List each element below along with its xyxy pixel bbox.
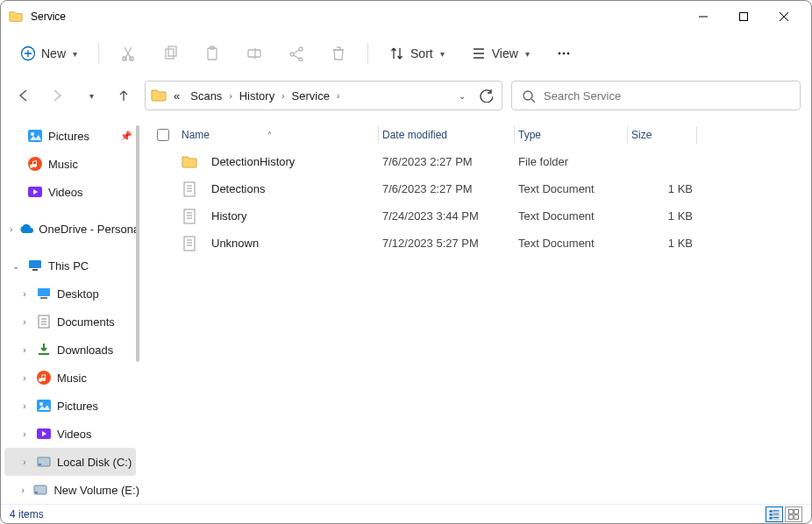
- titlebar: Service: [1, 1, 811, 32]
- file-row[interactable]: History 7/24/2023 3:44 PM Text Document …: [148, 202, 802, 230]
- chevron-right-icon[interactable]: ›: [229, 91, 231, 101]
- sidebar-item-documents[interactable]: › Documents: [1, 308, 139, 336]
- folder-icon: [151, 88, 167, 103]
- chevron-right-icon[interactable]: ›: [10, 224, 12, 234]
- file-date: 7/24/2023 3:44 PM: [382, 209, 510, 223]
- dots-icon: [556, 46, 572, 61]
- copy-button[interactable]: [153, 40, 187, 67]
- address-dropdown[interactable]: ⌄: [451, 91, 472, 101]
- details-view-button[interactable]: [766, 506, 783, 522]
- view-toggle: [766, 506, 802, 522]
- column-separator[interactable]: [627, 126, 628, 144]
- sidebar-item-local-disk-c-[interactable]: › Local Disk (C:): [4, 448, 136, 476]
- folder-icon: [8, 10, 24, 24]
- sidebar-item-this-pc[interactable]: ⌄ This PC: [1, 251, 139, 280]
- forward-icon: [49, 88, 65, 103]
- back-icon: [16, 88, 32, 103]
- sidebar-item-pictures[interactable]: Pictures 📌: [1, 122, 139, 150]
- column-separator[interactable]: [514, 126, 515, 144]
- file-type: Text Document: [518, 237, 623, 250]
- recent-dropdown[interactable]: ▾: [78, 83, 103, 108]
- column-type[interactable]: Type: [518, 129, 623, 141]
- paste-button[interactable]: [196, 40, 229, 67]
- desktop-icon: [36, 286, 52, 301]
- minimize-button[interactable]: [683, 3, 723, 31]
- chevron-right-icon[interactable]: ›: [18, 429, 31, 439]
- rename-button[interactable]: [238, 40, 271, 67]
- file-date: 7/6/2023 2:27 PM: [382, 155, 510, 168]
- search-input[interactable]: [544, 89, 791, 103]
- sort-button[interactable]: Sort ▾: [381, 40, 453, 67]
- sidebar-item-label: Music: [57, 372, 87, 385]
- sidebar-item-desktop[interactable]: › Desktop: [1, 280, 139, 308]
- column-date[interactable]: Date modified: [382, 129, 510, 141]
- folder-icon: [182, 154, 197, 170]
- close-button[interactable]: [764, 3, 804, 31]
- chevron-right-icon[interactable]: ›: [18, 317, 31, 327]
- chevron-right-icon[interactable]: ›: [281, 91, 284, 101]
- forward-button[interactable]: [45, 83, 69, 108]
- chevron-right-icon[interactable]: ›: [18, 457, 31, 467]
- sidebar-item-label: Downloads: [57, 343, 113, 357]
- sidebar-item-videos[interactable]: › Videos: [1, 420, 139, 448]
- sort-indicator-icon: ˄: [267, 131, 272, 140]
- chevron-right-icon[interactable]: ›: [18, 345, 31, 355]
- maximize-button[interactable]: [723, 3, 764, 31]
- breadcrumb-history[interactable]: History: [236, 88, 278, 104]
- share-button[interactable]: [280, 40, 313, 67]
- sidebar-item-label: Desktop: [57, 287, 99, 301]
- sidebar-item-music[interactable]: Music: [1, 150, 139, 178]
- file-date: 7/6/2023 2:27 PM: [382, 182, 510, 195]
- chevron-down-icon: ⌄: [459, 91, 466, 101]
- separator: [367, 43, 368, 64]
- chevron-right-icon[interactable]: ›: [18, 485, 27, 495]
- sidebar-item-new-volume-e-[interactable]: › New Volume (E:): [1, 476, 139, 504]
- sidebar-item-onedrive[interactable]: › OneDrive - Personal: [1, 215, 139, 243]
- breadcrumb-service[interactable]: Service: [288, 88, 333, 104]
- chevron-right-icon[interactable]: ›: [18, 289, 31, 299]
- separator: [98, 43, 99, 64]
- more-button[interactable]: [547, 40, 581, 67]
- cut-button[interactable]: [111, 40, 145, 67]
- select-all-checkbox[interactable]: [148, 129, 178, 141]
- view-button[interactable]: View ▾: [462, 40, 538, 67]
- sidebar-scrollbar[interactable]: [134, 117, 139, 504]
- column-separator[interactable]: [378, 126, 379, 144]
- delete-icon: [331, 46, 346, 61]
- chevron-down-icon[interactable]: ⌄: [10, 261, 22, 271]
- toolbar: New ▾ Sort ▾ View ▾: [1, 32, 811, 74]
- chevron-right-icon[interactable]: ›: [18, 401, 31, 411]
- address-bar[interactable]: « Scans › History › Service › ⌄: [145, 81, 502, 110]
- breadcrumb-scans[interactable]: Scans: [187, 88, 225, 104]
- thumbnails-view-button[interactable]: [785, 506, 802, 522]
- chevron-right-icon[interactable]: ›: [18, 373, 31, 383]
- sort-icon: [389, 46, 405, 61]
- column-headers: Name˄ Date modified Type Size: [148, 122, 802, 148]
- file-name: DetectionHistory: [178, 154, 374, 170]
- sidebar-item-music[interactable]: › Music: [1, 364, 139, 392]
- column-size[interactable]: Size: [631, 129, 693, 141]
- search-box[interactable]: [511, 81, 801, 110]
- new-button[interactable]: New ▾: [11, 40, 86, 67]
- pictures-icon: [27, 128, 43, 144]
- column-name[interactable]: Name˄: [178, 129, 374, 141]
- file-row[interactable]: Detections 7/6/2023 2:27 PM Text Documen…: [148, 175, 802, 202]
- file-row[interactable]: DetectionHistory 7/6/2023 2:27 PM File f…: [148, 148, 802, 175]
- delete-button[interactable]: [322, 40, 355, 67]
- sidebar-item-downloads[interactable]: › Downloads: [1, 336, 139, 364]
- up-icon: [116, 88, 132, 103]
- downloads-icon: [36, 342, 52, 358]
- plus-icon: [20, 46, 36, 61]
- refresh-button[interactable]: [475, 89, 496, 103]
- up-button[interactable]: [111, 83, 136, 108]
- sidebar-scrollbar-thumb[interactable]: [136, 125, 139, 362]
- back-button[interactable]: [11, 83, 36, 108]
- sidebar-item-pictures[interactable]: › Pictures: [1, 392, 139, 420]
- pin-icon: 📌: [120, 131, 132, 142]
- pictures-icon: [36, 398, 52, 414]
- sidebar-item-videos[interactable]: Videos: [1, 178, 139, 206]
- chevron-right-icon[interactable]: ›: [337, 91, 339, 101]
- file-row[interactable]: Unknown 7/12/2023 5:27 PM Text Document …: [148, 230, 802, 257]
- breadcrumb-prefix: «: [170, 88, 183, 104]
- column-separator[interactable]: [696, 126, 697, 144]
